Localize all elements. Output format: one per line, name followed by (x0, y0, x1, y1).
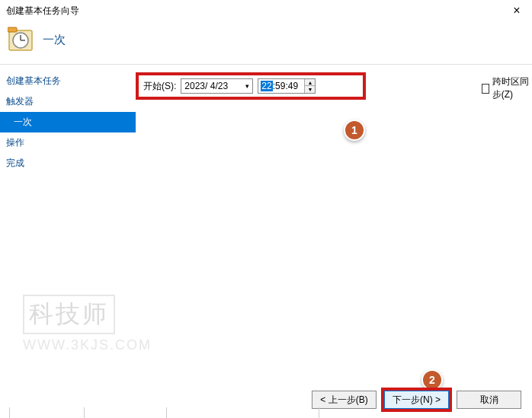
watermark-logo: 科技师 (23, 295, 115, 334)
window-title: 创建基本任务向导 (6, 5, 508, 18)
sidebar-item-create[interactable]: 创建基本任务 (0, 71, 136, 91)
close-icon[interactable]: × (508, 2, 526, 20)
sidebar-item-once[interactable]: 一次 (0, 112, 136, 132)
annotation-badge-1: 1 (344, 120, 365, 141)
sidebar-item-action[interactable]: 操作 (0, 132, 136, 153)
date-value: 2023/ 4/23 (184, 81, 228, 91)
svg-rect-4 (8, 27, 17, 32)
start-label: 开始(S): (143, 80, 176, 93)
sync-row: 跨时区同步(Z) (482, 75, 532, 101)
time-value: 22:59:49 (258, 79, 304, 93)
date-input[interactable]: 2023/ 4/23 ▾ (181, 78, 253, 94)
cancel-button[interactable]: 取消 (457, 391, 521, 409)
spinner-down-icon[interactable]: ▼ (305, 86, 315, 93)
clock-icon (8, 26, 35, 53)
sync-checkbox[interactable] (482, 84, 489, 94)
sidebar-item-finish[interactable]: 完成 (0, 153, 136, 174)
next-button[interactable]: 下一步(N) > (384, 391, 449, 409)
time-spinner: ▲ ▼ (304, 79, 315, 93)
header: 一次 (0, 21, 532, 64)
spinner-up-icon[interactable]: ▲ (305, 79, 315, 86)
titlebar: 创建基本任务向导 × (0, 0, 532, 21)
chevron-down-icon: ▾ (245, 82, 249, 90)
bottom-divider (0, 407, 532, 418)
sync-label: 跨时区同步(Z) (492, 75, 532, 101)
time-input[interactable]: 22:59:49 ▲ ▼ (258, 78, 316, 94)
start-row-highlight: 开始(S): 2023/ 4/23 ▾ 22:59:49 ▲ ▼ (136, 72, 366, 100)
content: 开始(S): 2023/ 4/23 ▾ 22:59:49 ▲ ▼ 跨时区同步(Z… (136, 65, 532, 361)
sidebar-item-trigger[interactable]: 触发器 (0, 91, 136, 112)
page-title: 一次 (43, 33, 66, 47)
back-button[interactable]: < 上一步(B) (312, 391, 377, 409)
watermark: 科技师 WWW.3KJS.COM (23, 295, 152, 353)
watermark-url: WWW.3KJS.COM (23, 337, 152, 353)
